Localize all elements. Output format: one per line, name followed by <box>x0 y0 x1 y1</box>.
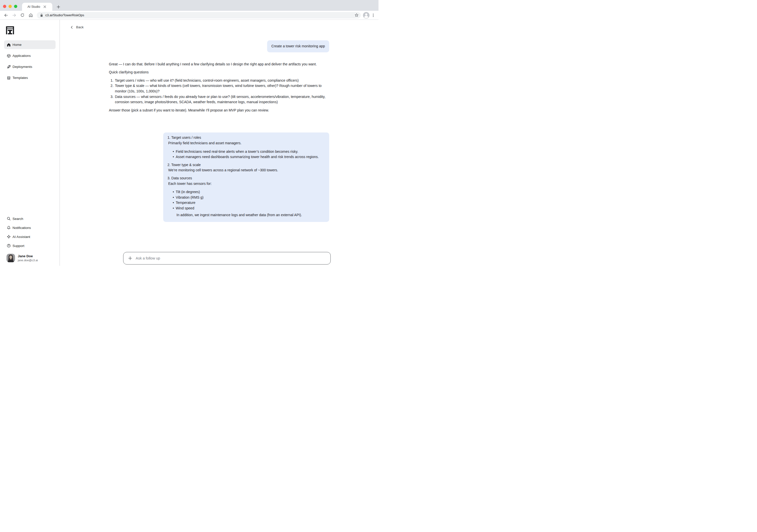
plus-icon[interactable] <box>128 256 133 261</box>
sparkle-icon <box>7 235 11 239</box>
maximize-window-button[interactable] <box>14 5 17 8</box>
clarifying-question: Data sources — what sensors / feeds do y… <box>114 94 329 105</box>
arrow-left-icon <box>4 13 8 17</box>
storefront-icon <box>7 76 11 80</box>
browser-menu-button[interactable] <box>370 12 377 19</box>
answer-section-heading: 2. Tower type & scale <box>167 162 324 168</box>
user-message-text: Create a tower risk monitoring app <box>271 44 325 48</box>
browser-forward-button[interactable] <box>10 12 18 19</box>
sidebar-nav-bottom: Search Notifications AI Assistant <box>0 215 60 250</box>
answer-bullet: Asset managers need dashboards summarizi… <box>176 154 324 160</box>
answer-section-body: Each tower has sensors for: <box>167 181 324 187</box>
cube-icon <box>7 54 11 58</box>
lock-icon <box>40 14 43 17</box>
sidebar-item-label: AI Assistant <box>13 235 30 239</box>
sidebar-nav-top: Home Applications <box>0 40 60 82</box>
answer-section-body: We’re monitoring cell towers across a re… <box>167 168 324 173</box>
sidebar-item-label: Applications <box>13 54 31 58</box>
close-window-button[interactable] <box>3 5 6 8</box>
arrow-right-icon <box>12 13 16 17</box>
back-button[interactable]: Back <box>70 25 84 29</box>
sidebar-item-applications[interactable]: Applications <box>4 51 56 60</box>
clarifying-question: Tower type & scale — what kinds of tower… <box>114 83 329 94</box>
reload-icon <box>20 13 24 17</box>
bookmark-star-icon[interactable] <box>354 13 359 17</box>
tab-title: AI Studio <box>28 5 40 9</box>
home-button[interactable] <box>26 12 35 19</box>
assistant-intro: Great — I can do that. Before I build an… <box>109 62 329 67</box>
tab-close-icon[interactable] <box>43 5 47 9</box>
browser-tab-strip: AI Studio <box>0 0 378 11</box>
window-controls <box>3 5 17 8</box>
assistant-subheading: Quick clarifying questions <box>109 70 329 75</box>
user-avatar <box>7 254 15 262</box>
assistant-closing: Answer those (pick a subset if you want … <box>109 108 329 113</box>
minimize-window-button[interactable] <box>9 5 12 8</box>
new-tab-button[interactable] <box>55 4 62 10</box>
clarifying-question-list: Target users / roles — who will use it? … <box>109 78 329 105</box>
answer-bullet-list: Field technicians need real-time alerts … <box>167 149 324 160</box>
assistant-message: Great — I can do that. Before I build an… <box>109 62 329 113</box>
profile-avatar-icon <box>363 12 370 19</box>
answer-bullet: Vibration (RMS g) <box>176 195 324 201</box>
kebab-menu-icon <box>371 13 375 17</box>
sidebar-item-label: Templates <box>13 76 28 79</box>
sidebar-item-label: Deployments <box>13 65 32 69</box>
answer-section-body: Primarily field technicians and asset ma… <box>167 141 324 146</box>
user-name: Jane Doe <box>18 254 38 258</box>
search-icon <box>7 217 11 221</box>
browser-back-button[interactable] <box>2 12 10 19</box>
user-answer-bubble: 1. Target users / roles Primarily field … <box>163 133 329 222</box>
answer-bullet: Field technicians need real-time alerts … <box>176 149 324 155</box>
browser-profile-button[interactable] <box>363 12 370 19</box>
sidebar-item-deployments[interactable]: Deployments <box>4 62 56 71</box>
browser-tab[interactable]: AI Studio <box>22 3 52 11</box>
followup-input[interactable] <box>135 256 326 261</box>
sidebar-item-label: Support <box>13 244 24 248</box>
answer-section-heading: 3. Data sources <box>167 175 324 181</box>
answer-bullet: Wind speed <box>176 205 324 211</box>
app-logo <box>6 26 14 34</box>
url-text: c3.ai/Studio/TowerRiskOps <box>45 13 354 17</box>
sidebar-item-ai-assistant[interactable]: AI Assistant <box>4 233 56 241</box>
bell-icon <box>7 226 11 230</box>
answer-bullet-list: Tilt (in degrees) Vibration (RMS g) Temp… <box>167 189 324 211</box>
sidebar-item-label: Home <box>13 43 21 47</box>
rocket-icon <box>7 65 11 69</box>
sidebar-item-search[interactable]: Search <box>4 215 56 223</box>
chevron-left-icon <box>70 25 74 29</box>
browser-toolbar: c3.ai/Studio/TowerRiskOps <box>0 11 378 20</box>
followup-composer[interactable] <box>123 252 331 265</box>
user-email: jane.doe@c3.ai <box>18 259 38 262</box>
sidebar-item-support[interactable]: Support <box>4 242 56 250</box>
answer-bullet: Tilt (in degrees) <box>176 189 324 195</box>
home-icon <box>7 43 11 47</box>
sidebar: Home Applications <box>0 20 60 266</box>
sidebar-item-label: Notifications <box>13 226 31 230</box>
reload-button[interactable] <box>18 12 26 19</box>
sidebar-item-templates[interactable]: Templates <box>4 74 56 82</box>
home-outline-icon <box>29 13 33 17</box>
plus-icon <box>57 5 60 9</box>
user-profile[interactable]: Jane Doe jane.doe@c3.ai <box>7 254 56 262</box>
url-bar[interactable]: c3.ai/Studio/TowerRiskOps <box>37 12 361 18</box>
sidebar-item-notifications[interactable]: Notifications <box>4 224 56 232</box>
back-label: Back <box>76 25 84 29</box>
answer-section-heading: 1. Target users / roles <box>167 135 324 141</box>
answer-note: In addition, we ingest maintenance logs … <box>167 212 324 218</box>
user-message-bubble: Create a tower risk monitoring app <box>267 40 329 52</box>
sidebar-item-label: Search <box>13 217 23 221</box>
sidebar-item-home[interactable]: Home <box>4 40 56 49</box>
chat-area: Back Create a tower risk monitoring app … <box>60 20 378 266</box>
help-icon <box>7 244 11 248</box>
answer-bullet: Temperature <box>176 200 324 205</box>
clarifying-question: Target users / roles — who will use it? … <box>114 78 329 83</box>
